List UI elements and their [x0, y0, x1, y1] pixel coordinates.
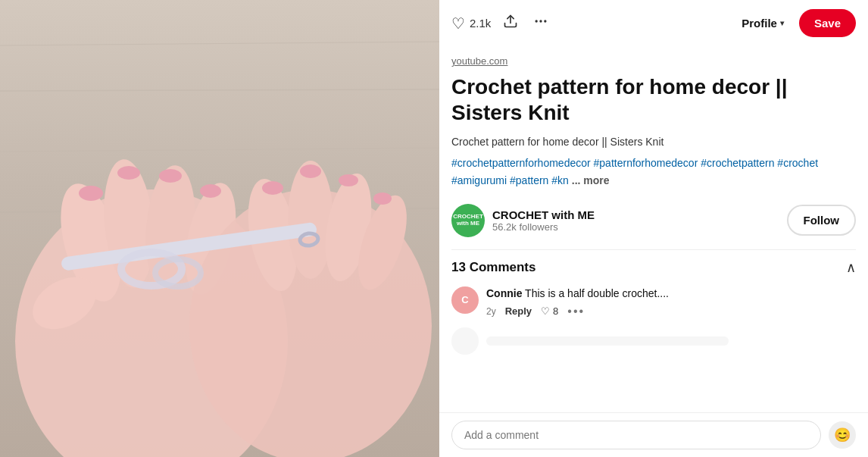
video-frame — [0, 0, 439, 457]
reply-button[interactable]: Reply — [505, 305, 532, 317]
svg-point-21 — [262, 181, 283, 195]
svg-point-32 — [545, 20, 547, 22]
svg-point-12 — [79, 186, 103, 201]
follow-button[interactable]: Follow — [787, 205, 857, 236]
right-panel: ♡ 2.1k Profile ▾ Save — [439, 0, 868, 457]
collapse-comments-button[interactable]: ∧ — [846, 259, 856, 276]
svg-point-15 — [200, 184, 221, 198]
like-count: 2.1k — [470, 17, 491, 30]
comments-header: 13 Comments ∧ — [451, 259, 856, 276]
comment-more-icon[interactable]: ••• — [567, 305, 585, 318]
svg-point-18 — [288, 161, 333, 279]
comments-section: 13 Comments ∧ C Connie This is a half do… — [451, 249, 856, 355]
author-name: CROCHET with ME — [492, 208, 787, 221]
more-link[interactable]: ... more — [572, 174, 610, 186]
comment-avatar: C — [451, 286, 479, 314]
svg-point-13 — [117, 166, 140, 180]
share-icon[interactable] — [500, 11, 521, 36]
toolbar: ♡ 2.1k Profile ▾ Save — [439, 0, 868, 46]
profile-label: Profile — [742, 17, 777, 30]
video-thumbnail — [0, 0, 439, 457]
author-section: CROCHETwith ME CROCHET with ME 56.2k fol… — [451, 192, 856, 249]
save-button[interactable]: Save — [799, 9, 856, 37]
more-options-icon[interactable] — [530, 11, 551, 36]
comment-content: This is a half double crochet.... — [525, 287, 669, 299]
author-avatar[interactable]: CROCHETwith ME — [451, 204, 485, 237]
more-replies-indicator — [451, 327, 856, 355]
heart-icon[interactable]: ♡ — [451, 14, 465, 33]
hashtags: #crochetpatternforhomedecor #patternforh… — [451, 155, 856, 189]
add-comment-section: 😊 — [439, 412, 868, 457]
pin-description: Crochet pattern for home decor || Sister… — [451, 134, 856, 150]
author-info: CROCHET with ME 56.2k followers — [492, 208, 787, 233]
comment-author: Connie — [486, 287, 522, 299]
emoji-button[interactable]: 😊 — [829, 421, 856, 449]
comment-item: C Connie This is a half double crochet..… — [451, 286, 856, 318]
chevron-down-icon: ▾ — [780, 19, 784, 27]
reply-text-placeholder — [486, 336, 729, 346]
emoji-icon: 😊 — [834, 427, 851, 443]
pin-title: Crochet pattern for home decor || Sister… — [451, 74, 856, 125]
comment-heart-icon[interactable]: ♡ — [541, 305, 550, 317]
content-area[interactable]: youtube.com Crochet pattern for home dec… — [439, 46, 868, 412]
source-link[interactable]: youtube.com — [451, 55, 856, 67]
svg-point-22 — [300, 164, 321, 178]
svg-point-23 — [339, 174, 358, 186]
comment-body: Connie This is a half double crochet....… — [486, 286, 856, 318]
hashtag-text: #crochetpatternforhomedecor #patternforh… — [451, 157, 818, 186]
comment-likes: ♡ 8 — [541, 305, 558, 317]
author-followers: 56.2k followers — [492, 221, 787, 233]
toolbar-left: ♡ 2.1k — [451, 11, 726, 36]
comment-text: Connie This is a half double crochet.... — [486, 286, 856, 302]
svg-point-30 — [535, 20, 538, 22]
svg-point-31 — [540, 20, 542, 22]
comment-time: 2y — [486, 306, 496, 317]
svg-point-24 — [373, 193, 392, 205]
comment-input[interactable] — [451, 421, 821, 449]
comment-actions: 2y Reply ♡ 8 ••• — [486, 305, 856, 318]
comment-like-count: 8 — [553, 305, 558, 317]
profile-button[interactable]: Profile ▾ — [732, 11, 793, 36]
like-section: ♡ 2.1k — [451, 14, 491, 33]
svg-point-14 — [159, 169, 182, 183]
comments-title: 13 Comments — [451, 260, 535, 275]
toolbar-right: Profile ▾ Save — [732, 9, 856, 37]
reply-avatar-placeholder — [451, 327, 479, 355]
